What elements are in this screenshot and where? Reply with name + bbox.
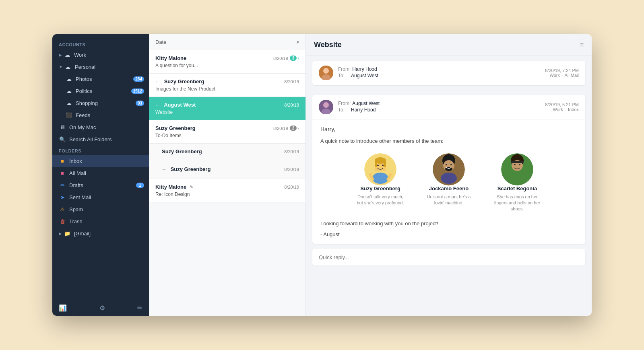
compose-icon[interactable]: ✏ bbox=[137, 304, 142, 312]
sidebar-item-feeds[interactable]: ⬛ Feeds bbox=[52, 109, 149, 121]
sidebar-item-on-my-mac[interactable]: 🖥 On My Mac bbox=[52, 121, 149, 133]
quick-reply-box[interactable] bbox=[312, 249, 585, 266]
email-body: Harry, A quick note to introduce other m… bbox=[312, 119, 585, 244]
sidebar-item-label: Inbox bbox=[69, 158, 144, 164]
sidebar-item-inbox[interactable]: ■ Inbox bbox=[52, 155, 149, 167]
sidebar-item-drafts[interactable]: ✏ Drafts 1 bbox=[52, 179, 149, 191]
all-mail-icon: ■ bbox=[59, 169, 66, 177]
email-detail-panel: Website ≡ From: Harry Hood bbox=[306, 34, 592, 316]
cloud-icon: ☁ bbox=[64, 51, 71, 58]
to-label: To: bbox=[338, 107, 349, 113]
sidebar-item-label: Sent Mail bbox=[69, 194, 144, 200]
email-subject: Images for the New Product bbox=[155, 86, 299, 92]
sort-chevron-icon[interactable]: ▾ bbox=[297, 39, 299, 45]
sidebar-item-spam[interactable]: ⚠ Spam bbox=[52, 203, 149, 215]
email-list: Date ▾ Kitty Malone 8/20/19 3 › A questi… bbox=[149, 34, 306, 316]
email-message-card: From: August West To: Harry Hood 8/20/19… bbox=[312, 95, 585, 244]
email-item[interactable]: Kitty Malone ✎ 8/20/19 Re: Icon Design bbox=[149, 179, 305, 202]
email-timestamp: 8/20/19, 5:21 PM bbox=[545, 102, 579, 107]
team-member: Suzy Greenberg Doesn't talk very much, b… bbox=[354, 153, 407, 212]
drafts-icon: ✏ bbox=[59, 181, 66, 189]
inbox-icon: ■ bbox=[59, 157, 66, 165]
sender-name: Kitty Malone bbox=[155, 55, 186, 61]
email-item[interactable]: ← Suzy Greenberg 8/20/19 Images for the … bbox=[149, 74, 305, 97]
trash-icon: 🗑 bbox=[59, 218, 66, 225]
svg-point-19 bbox=[441, 173, 457, 184]
sidebar-item-all-mail[interactable]: ■ All Mail bbox=[52, 167, 149, 179]
sender-name: ← Suzy Greenberg bbox=[155, 78, 204, 84]
email-message-card: From: Harry Hood To: August West 8/20/19… bbox=[312, 61, 585, 85]
to-value: August West bbox=[351, 73, 378, 78]
reply-icon: ← bbox=[162, 167, 167, 172]
sidebar-item-sent-mail[interactable]: ➤ Sent Mail bbox=[52, 191, 149, 203]
team-member-name: Jockamo Feeno bbox=[429, 185, 469, 191]
svg-point-14 bbox=[382, 165, 384, 166]
sidebar-item-label: Shopping bbox=[76, 100, 136, 106]
chevron-icon: ▼ bbox=[59, 65, 63, 69]
email-subject: Re: Icon Design bbox=[155, 191, 299, 197]
edit-icon: ✎ bbox=[190, 185, 193, 189]
email-date: 8/20/19 bbox=[273, 126, 288, 131]
svg-rect-30 bbox=[511, 161, 524, 163]
monitor-icon: 🖥 bbox=[59, 124, 66, 131]
sidebar-item-politics[interactable]: ☁ Politics 1512 bbox=[52, 85, 149, 97]
rss-icon: ⬛ bbox=[65, 111, 72, 119]
svg-point-8 bbox=[372, 173, 388, 184]
email-detail-header: Website ≡ bbox=[306, 34, 592, 56]
accounts-section-label: Accounts bbox=[52, 39, 149, 49]
expand-icon: › bbox=[297, 56, 299, 61]
sidebar: Accounts ▶ ☁ Work ▼ ☁ Personal ☁ Photos … bbox=[52, 34, 149, 316]
email-item[interactable]: Suzy Greenberg 8/20/19 bbox=[149, 144, 305, 161]
team-member-name: Suzy Greenberg bbox=[360, 185, 400, 191]
sidebar-item-label: Politics bbox=[76, 88, 131, 94]
sidebar-item-trash[interactable]: 🗑 Trash bbox=[52, 215, 149, 227]
to-label: To: bbox=[338, 73, 349, 78]
sort-label[interactable]: Date bbox=[155, 39, 166, 45]
sender-name: ← August West bbox=[155, 102, 196, 108]
sidebar-item-search-all[interactable]: 🔍 Search All Folders bbox=[52, 133, 149, 145]
folder-tag: Work – Inbox bbox=[545, 107, 579, 112]
email-item[interactable]: Suzy Greenberg 8/20/19 2 › To-Do Items bbox=[149, 120, 305, 144]
sidebar-item-shopping[interactable]: ☁ Shopping 93 bbox=[52, 97, 149, 109]
from-label: From: bbox=[338, 66, 351, 72]
svg-rect-11 bbox=[375, 160, 377, 167]
to-value: Harry Hood bbox=[351, 107, 376, 113]
stats-icon[interactable]: 📊 bbox=[59, 304, 67, 312]
email-date: 8/20/19 bbox=[284, 103, 299, 107]
email-meta-right: 8/20/19, 7:24 PM Work – All Mail bbox=[545, 68, 579, 78]
cloud-icon: ☁ bbox=[65, 75, 72, 82]
sidebar-item-work[interactable]: ▶ ☁ Work bbox=[52, 49, 149, 61]
drafts-badge: 1 bbox=[136, 183, 144, 188]
email-count-badge: 3 bbox=[290, 56, 297, 61]
sidebar-item-photos[interactable]: ☁ Photos 284 bbox=[52, 73, 149, 85]
email-date: 8/20/19 bbox=[284, 167, 299, 172]
sidebar-item-personal[interactable]: ▼ ☁ Personal bbox=[52, 61, 149, 73]
quick-reply-input[interactable] bbox=[319, 254, 579, 260]
email-sign-off: - August bbox=[320, 231, 577, 237]
team-member-desc: He's not a man, he's a lovin' machine. bbox=[423, 194, 475, 206]
team-avatar-jockamo bbox=[433, 153, 465, 185]
team-member: Jockamo Feeno He's not a man, he's a lov… bbox=[423, 153, 475, 212]
avatar bbox=[319, 100, 333, 114]
email-list-header: Date ▾ bbox=[149, 34, 305, 50]
email-item[interactable]: Kitty Malone 8/20/19 3 › A question for … bbox=[149, 50, 305, 74]
email-closing-line: Looking forward to working with you on t… bbox=[320, 220, 577, 226]
team-member-name: Scarlet Begonia bbox=[497, 185, 537, 191]
email-date: 8/20/19 bbox=[284, 185, 299, 189]
sidebar-item-label: On My Mac bbox=[69, 124, 144, 130]
sidebar-item-label: Personal bbox=[75, 64, 144, 70]
svg-point-13 bbox=[377, 165, 379, 166]
email-item[interactable]: ← Suzy Greenberg 8/20/19 bbox=[149, 161, 305, 179]
email-message-header: From: August West To: Harry Hood 8/20/19… bbox=[312, 95, 585, 119]
sidebar-item-gmail[interactable]: ▶ 📁 [Gmail] bbox=[52, 227, 149, 239]
sidebar-item-label: All Mail bbox=[69, 170, 144, 176]
email-message-header: From: Harry Hood To: August West 8/20/19… bbox=[312, 61, 585, 85]
hamburger-icon[interactable]: ≡ bbox=[580, 41, 584, 49]
cloud-icon: ☁ bbox=[65, 87, 72, 95]
email-item-selected[interactable]: ← August West 8/20/19 Website bbox=[149, 97, 305, 120]
team-avatar-suzy bbox=[364, 153, 396, 185]
search-icon: 🔍 bbox=[59, 136, 66, 143]
email-date: 8/20/19 bbox=[273, 56, 288, 61]
svg-point-1 bbox=[323, 68, 329, 74]
settings-icon[interactable]: ⚙ bbox=[99, 304, 105, 312]
